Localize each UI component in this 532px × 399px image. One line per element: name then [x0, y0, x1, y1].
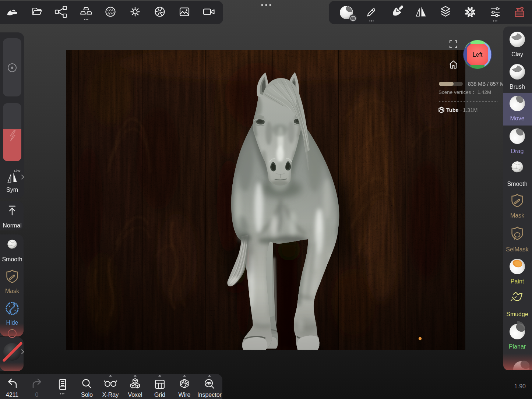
svg-text:Wire: Wire	[179, 392, 191, 398]
svg-text:1.31M: 1.31M	[463, 107, 478, 113]
svg-text:Smooth: Smooth	[2, 256, 22, 262]
svg-text:Tube: Tube	[446, 107, 459, 113]
svg-text:Planar: Planar	[509, 343, 526, 350]
svg-text:SelMask: SelMask	[506, 246, 529, 253]
svg-text:Drag: Drag	[511, 148, 524, 154]
svg-text:Brush: Brush	[510, 84, 525, 90]
svg-text:Smooth: Smooth	[507, 181, 527, 187]
svg-text:Inspector: Inspector	[197, 392, 222, 398]
svg-text:Mask: Mask	[5, 288, 20, 294]
svg-text:Mask: Mask	[510, 212, 525, 219]
svg-text:Scene vertices： 1.42M: Scene vertices： 1.42M	[438, 89, 491, 95]
svg-text:Paint: Paint	[511, 278, 524, 285]
svg-text:Solo: Solo	[81, 392, 93, 398]
svg-text:Grid: Grid	[154, 392, 165, 398]
svg-text:0: 0	[35, 392, 39, 398]
svg-text:Smudge: Smudge	[506, 311, 528, 317]
svg-text:Voxel: Voxel	[128, 392, 142, 398]
svg-text:L/W: L/W	[14, 169, 20, 173]
svg-text:Left: Left	[473, 52, 483, 58]
svg-text:·: ·	[460, 107, 462, 113]
svg-text:Clay: Clay	[511, 51, 523, 57]
svg-text:Move: Move	[510, 115, 524, 121]
svg-text:4211: 4211	[6, 392, 19, 398]
svg-text:X-Ray: X-Ray	[102, 392, 119, 398]
svg-text:Normal: Normal	[3, 222, 22, 229]
svg-text:1.90: 1.90	[514, 383, 526, 389]
svg-text:838 MB / 857 MB: 838 MB / 857 MB	[468, 81, 508, 87]
svg-text:Sym: Sym	[6, 187, 18, 193]
